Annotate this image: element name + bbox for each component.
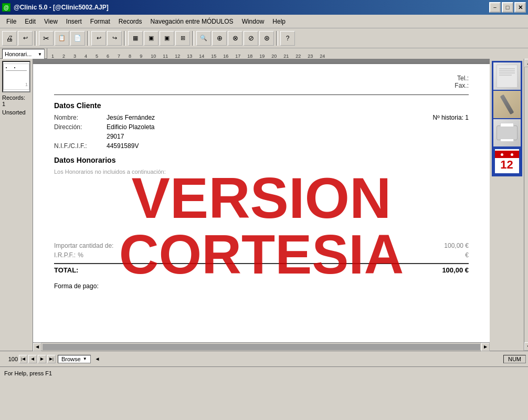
status-bar: 100 |◀ ◀ ▶ ▶| Browse ▼ ◄ NUM: [0, 351, 528, 366]
watermark-spacer: [54, 177, 469, 240]
zoom-value: 100: [2, 356, 18, 362]
vscroll-up-button[interactable]: ▲: [524, 59, 528, 67]
menu-bar: File Edit View Insert Format Records Nav…: [0, 15, 528, 28]
irpf-label: I.R.P.F.:: [54, 251, 76, 259]
middle-area: VERSION CORTESIA Tel.: Fax.: Datos Clien…: [33, 59, 490, 351]
menu-navigation[interactable]: Navegación entre MÓDULOS: [146, 16, 238, 27]
ruler-corner: Honorari... ▼: [0, 48, 47, 58]
close-button[interactable]: ✕: [514, 2, 526, 13]
nombre-value: Jesús Fernández: [107, 114, 155, 121]
sidebar-pen-image[interactable]: [493, 91, 521, 118]
toolbar-add2[interactable]: ⊗: [228, 31, 242, 46]
toolbar-paste[interactable]: 📄: [70, 31, 85, 46]
browse-mode[interactable]: Browse ▼: [58, 355, 91, 363]
toolbar-sep2: [87, 31, 89, 46]
direccion-row: Dirección: Edificio Plazoleta: [54, 123, 469, 131]
toolbar-sep4: [192, 31, 194, 46]
toolbar-copy[interactable]: 📋: [55, 31, 69, 46]
maximize-button[interactable]: □: [502, 2, 513, 13]
forma-pago-row: Forma de pago:: [54, 282, 469, 290]
nav-next[interactable]: ▶: [38, 355, 46, 363]
unsorted-label: Unsorted: [2, 109, 30, 116]
hscroll-left-button[interactable]: ◀: [33, 343, 41, 351]
nif-row: N.I.F./C.I.F.: 44591589V: [54, 142, 469, 150]
main-content: 1 Records: 1 Unsorted VERSION CORTESIA T…: [0, 59, 528, 351]
mode-label: Browse: [61, 356, 81, 362]
hint-bar: For Help, press F1: [0, 366, 528, 379]
direccion-row2: 29017: [54, 133, 469, 140]
honorari-dropdown[interactable]: Honorari... ▼: [2, 49, 45, 59]
toolbar-grid2[interactable]: ▣: [144, 31, 159, 46]
menu-help[interactable]: Help: [268, 16, 290, 27]
vertical-scrollbar: ▲ ▼: [524, 59, 528, 351]
toolbar-undo2[interactable]: ↩: [91, 31, 106, 46]
sidebar-printer-image[interactable]: [493, 119, 521, 146]
records-label: Records: 1: [2, 94, 30, 107]
window-title: @Clinic 5.0 - [@Clinic5002.AJP]: [14, 4, 109, 11]
header-divider: [54, 94, 469, 95]
document-area[interactable]: VERSION CORTESIA Tel.: Fax.: Datos Clien…: [33, 59, 490, 342]
vscroll-track[interactable]: [524, 67, 528, 342]
menu-edit[interactable]: Edit: [20, 16, 40, 27]
honorarios-desc: Los Honorarios no incluidos a continuaci…: [54, 169, 469, 175]
menu-window[interactable]: Window: [238, 16, 269, 27]
importar-row: Importar cantidad de: 100,00 €: [54, 242, 469, 249]
nombre-label: Nombre:: [54, 114, 107, 121]
section-honorarios-title: Datos Honorarios: [54, 156, 469, 164]
sidebar-calendar-image[interactable]: 12: [493, 148, 521, 175]
direccion-label: Dirección:: [54, 123, 107, 131]
minimize-button[interactable]: −: [489, 2, 501, 13]
nombre-row: Nombre: Jesús Fernández Nº historia: 1: [54, 114, 469, 121]
toolbar-help[interactable]: ?: [280, 31, 295, 46]
section-client-title: Datos Cliente: [54, 101, 469, 110]
nav-first[interactable]: |◀: [19, 355, 27, 363]
vscroll-down-button[interactable]: ▼: [524, 342, 528, 351]
importar-value: 100,00 €: [444, 242, 469, 249]
hscroll-track[interactable]: [43, 344, 480, 350]
app-icon: @: [2, 3, 10, 12]
forma-pago-label: Forma de pago:: [54, 282, 99, 290]
toolbar-grid1[interactable]: ▦: [128, 31, 143, 46]
toolbar-undo1[interactable]: ↩: [18, 31, 33, 46]
irpf-value: €: [465, 251, 469, 259]
sidebar-paper-image[interactable]: [493, 62, 521, 90]
toolbar-add4[interactable]: ⊛: [259, 31, 274, 46]
toolbar-sep1: [35, 31, 37, 46]
nhistoria-field: Nº historia: 1: [433, 114, 469, 121]
nav-last[interactable]: ▶|: [47, 355, 56, 363]
toolbar-grid3[interactable]: ▣: [160, 31, 174, 46]
tel-field: Tel.:: [54, 75, 469, 82]
toolbar-add1[interactable]: ⊕: [212, 31, 227, 46]
importar-label: Importar cantidad de:: [54, 242, 113, 249]
nav-prev[interactable]: ◀: [28, 355, 37, 363]
title-bar: @ @Clinic 5.0 - [@Clinic5002.AJP] − □ ✕: [0, 0, 528, 15]
total-row: TOTAL: 100,00 €: [54, 263, 469, 274]
toolbar-cut[interactable]: ✂: [39, 31, 54, 46]
menu-view[interactable]: View: [40, 16, 62, 27]
horizontal-scrollbar: ◀ ▶: [33, 342, 490, 351]
toolbar-redo[interactable]: ↪: [107, 31, 122, 46]
menu-insert[interactable]: Insert: [62, 16, 86, 27]
zoom-area: 100 |◀ ◀ ▶ ▶|: [2, 355, 56, 363]
toolbar-sep5: [276, 31, 278, 46]
menu-format[interactable]: Format: [86, 16, 114, 27]
direccion-value2: 29017: [107, 133, 124, 140]
title-bar-controls: − □ ✕: [489, 2, 526, 13]
toolbar-print[interactable]: 🖨: [2, 31, 17, 46]
sidebar-images: 12: [492, 61, 522, 176]
toolbar-add3[interactable]: ⊘: [244, 31, 258, 46]
toolbar-grid4[interactable]: ⊞: [175, 31, 190, 46]
toolbar-sep3: [124, 31, 126, 46]
calendar-number: 12: [500, 158, 513, 172]
hint-text: For Help, press F1: [4, 370, 52, 376]
total-label: TOTAL:: [54, 266, 78, 274]
toolbar-search[interactable]: 🔍: [196, 31, 211, 46]
menu-records[interactable]: Records: [114, 16, 146, 27]
total-value: 100,00 €: [442, 266, 469, 274]
mode-arrow[interactable]: ▼: [83, 356, 87, 361]
hscroll-right-button[interactable]: ▶: [481, 343, 490, 351]
ruler-area: Honorari... ▼ 1 2 3 4 5 6 7 8 9 10 11 12…: [0, 48, 528, 59]
nif-label: N.I.F./C.I.F.:: [54, 142, 107, 150]
fax-field: Fax.:: [54, 82, 469, 89]
menu-file[interactable]: File: [2, 16, 20, 27]
